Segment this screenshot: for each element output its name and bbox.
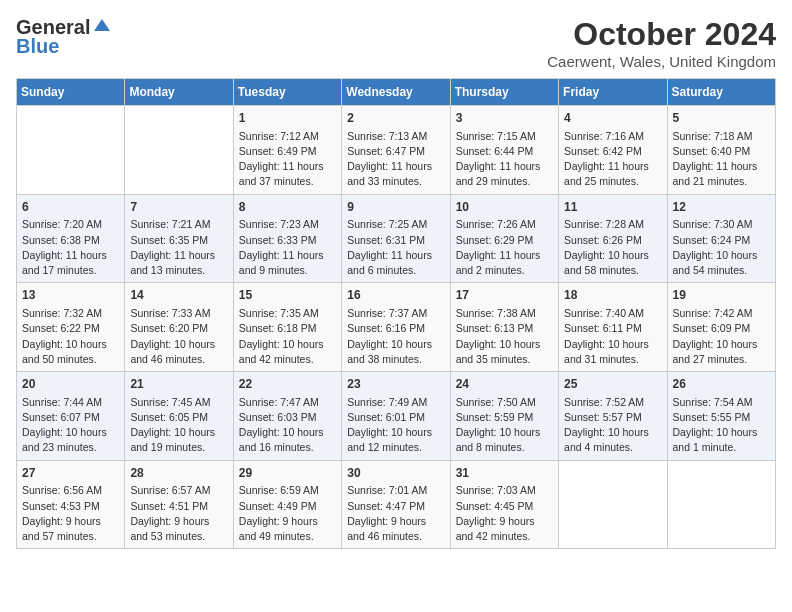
calendar-cell: 14Sunrise: 7:33 AM Sunset: 6:20 PM Dayli… <box>125 283 233 372</box>
calendar-cell: 11Sunrise: 7:28 AM Sunset: 6:26 PM Dayli… <box>559 194 667 283</box>
day-number: 28 <box>130 465 227 482</box>
calendar-cell: 6Sunrise: 7:20 AM Sunset: 6:38 PM Daylig… <box>17 194 125 283</box>
week-row-3: 13Sunrise: 7:32 AM Sunset: 6:22 PM Dayli… <box>17 283 776 372</box>
calendar-cell: 10Sunrise: 7:26 AM Sunset: 6:29 PM Dayli… <box>450 194 558 283</box>
calendar-cell: 8Sunrise: 7:23 AM Sunset: 6:33 PM Daylig… <box>233 194 341 283</box>
day-info: Sunrise: 6:57 AM Sunset: 4:51 PM Dayligh… <box>130 483 227 544</box>
calendar-cell: 18Sunrise: 7:40 AM Sunset: 6:11 PM Dayli… <box>559 283 667 372</box>
location-subtitle: Caerwent, Wales, United Kingdom <box>547 53 776 70</box>
day-number: 26 <box>673 376 770 393</box>
day-number: 16 <box>347 287 444 304</box>
day-number: 12 <box>673 199 770 216</box>
day-info: Sunrise: 7:45 AM Sunset: 6:05 PM Dayligh… <box>130 395 227 456</box>
header-day-monday: Monday <box>125 79 233 106</box>
week-row-5: 27Sunrise: 6:56 AM Sunset: 4:53 PM Dayli… <box>17 460 776 549</box>
calendar-table: SundayMondayTuesdayWednesdayThursdayFrid… <box>16 78 776 549</box>
calendar-cell: 25Sunrise: 7:52 AM Sunset: 5:57 PM Dayli… <box>559 372 667 461</box>
day-info: Sunrise: 7:16 AM Sunset: 6:42 PM Dayligh… <box>564 129 661 190</box>
week-row-1: 1Sunrise: 7:12 AM Sunset: 6:49 PM Daylig… <box>17 106 776 195</box>
day-info: Sunrise: 7:54 AM Sunset: 5:55 PM Dayligh… <box>673 395 770 456</box>
day-info: Sunrise: 7:12 AM Sunset: 6:49 PM Dayligh… <box>239 129 336 190</box>
day-info: Sunrise: 7:15 AM Sunset: 6:44 PM Dayligh… <box>456 129 553 190</box>
calendar-cell: 20Sunrise: 7:44 AM Sunset: 6:07 PM Dayli… <box>17 372 125 461</box>
day-number: 23 <box>347 376 444 393</box>
day-number: 7 <box>130 199 227 216</box>
calendar-cell: 13Sunrise: 7:32 AM Sunset: 6:22 PM Dayli… <box>17 283 125 372</box>
day-number: 3 <box>456 110 553 127</box>
day-number: 11 <box>564 199 661 216</box>
day-info: Sunrise: 7:42 AM Sunset: 6:09 PM Dayligh… <box>673 306 770 367</box>
day-info: Sunrise: 7:33 AM Sunset: 6:20 PM Dayligh… <box>130 306 227 367</box>
day-number: 1 <box>239 110 336 127</box>
day-number: 30 <box>347 465 444 482</box>
day-number: 9 <box>347 199 444 216</box>
day-info: Sunrise: 7:18 AM Sunset: 6:40 PM Dayligh… <box>673 129 770 190</box>
day-info: Sunrise: 7:49 AM Sunset: 6:01 PM Dayligh… <box>347 395 444 456</box>
calendar-cell: 30Sunrise: 7:01 AM Sunset: 4:47 PM Dayli… <box>342 460 450 549</box>
week-row-2: 6Sunrise: 7:20 AM Sunset: 6:38 PM Daylig… <box>17 194 776 283</box>
logo-blue-text: Blue <box>16 35 59 58</box>
calendar-cell: 17Sunrise: 7:38 AM Sunset: 6:13 PM Dayli… <box>450 283 558 372</box>
calendar-cell: 7Sunrise: 7:21 AM Sunset: 6:35 PM Daylig… <box>125 194 233 283</box>
day-info: Sunrise: 7:13 AM Sunset: 6:47 PM Dayligh… <box>347 129 444 190</box>
title-section: October 2024 Caerwent, Wales, United Kin… <box>547 16 776 70</box>
calendar-cell: 31Sunrise: 7:03 AM Sunset: 4:45 PM Dayli… <box>450 460 558 549</box>
calendar-cell: 23Sunrise: 7:49 AM Sunset: 6:01 PM Dayli… <box>342 372 450 461</box>
week-row-4: 20Sunrise: 7:44 AM Sunset: 6:07 PM Dayli… <box>17 372 776 461</box>
calendar-cell: 19Sunrise: 7:42 AM Sunset: 6:09 PM Dayli… <box>667 283 775 372</box>
calendar-cell <box>125 106 233 195</box>
day-number: 21 <box>130 376 227 393</box>
svg-marker-0 <box>94 19 110 31</box>
calendar-cell <box>17 106 125 195</box>
header-day-thursday: Thursday <box>450 79 558 106</box>
day-number: 14 <box>130 287 227 304</box>
day-info: Sunrise: 7:20 AM Sunset: 6:38 PM Dayligh… <box>22 217 119 278</box>
day-info: Sunrise: 7:50 AM Sunset: 5:59 PM Dayligh… <box>456 395 553 456</box>
header-day-sunday: Sunday <box>17 79 125 106</box>
day-number: 24 <box>456 376 553 393</box>
logo: General Blue <box>16 16 112 58</box>
day-info: Sunrise: 7:37 AM Sunset: 6:16 PM Dayligh… <box>347 306 444 367</box>
header-day-wednesday: Wednesday <box>342 79 450 106</box>
header-row: SundayMondayTuesdayWednesdayThursdayFrid… <box>17 79 776 106</box>
calendar-cell <box>559 460 667 549</box>
day-number: 13 <box>22 287 119 304</box>
day-info: Sunrise: 7:28 AM Sunset: 6:26 PM Dayligh… <box>564 217 661 278</box>
day-number: 5 <box>673 110 770 127</box>
day-info: Sunrise: 7:25 AM Sunset: 6:31 PM Dayligh… <box>347 217 444 278</box>
calendar-cell: 5Sunrise: 7:18 AM Sunset: 6:40 PM Daylig… <box>667 106 775 195</box>
logo-icon <box>92 17 112 37</box>
day-info: Sunrise: 7:23 AM Sunset: 6:33 PM Dayligh… <box>239 217 336 278</box>
calendar-cell: 1Sunrise: 7:12 AM Sunset: 6:49 PM Daylig… <box>233 106 341 195</box>
day-info: Sunrise: 7:38 AM Sunset: 6:13 PM Dayligh… <box>456 306 553 367</box>
month-title: October 2024 <box>547 16 776 53</box>
day-info: Sunrise: 7:32 AM Sunset: 6:22 PM Dayligh… <box>22 306 119 367</box>
day-info: Sunrise: 7:21 AM Sunset: 6:35 PM Dayligh… <box>130 217 227 278</box>
day-number: 8 <box>239 199 336 216</box>
header-day-saturday: Saturday <box>667 79 775 106</box>
day-number: 27 <box>22 465 119 482</box>
page-header: General Blue October 2024 Caerwent, Wale… <box>16 16 776 70</box>
day-info: Sunrise: 6:59 AM Sunset: 4:49 PM Dayligh… <box>239 483 336 544</box>
day-number: 20 <box>22 376 119 393</box>
calendar-cell: 16Sunrise: 7:37 AM Sunset: 6:16 PM Dayli… <box>342 283 450 372</box>
calendar-cell: 4Sunrise: 7:16 AM Sunset: 6:42 PM Daylig… <box>559 106 667 195</box>
header-day-tuesday: Tuesday <box>233 79 341 106</box>
day-info: Sunrise: 7:26 AM Sunset: 6:29 PM Dayligh… <box>456 217 553 278</box>
day-info: Sunrise: 7:44 AM Sunset: 6:07 PM Dayligh… <box>22 395 119 456</box>
day-number: 6 <box>22 199 119 216</box>
day-number: 19 <box>673 287 770 304</box>
day-info: Sunrise: 7:03 AM Sunset: 4:45 PM Dayligh… <box>456 483 553 544</box>
day-number: 4 <box>564 110 661 127</box>
day-info: Sunrise: 7:35 AM Sunset: 6:18 PM Dayligh… <box>239 306 336 367</box>
day-info: Sunrise: 6:56 AM Sunset: 4:53 PM Dayligh… <box>22 483 119 544</box>
day-info: Sunrise: 7:01 AM Sunset: 4:47 PM Dayligh… <box>347 483 444 544</box>
calendar-cell: 26Sunrise: 7:54 AM Sunset: 5:55 PM Dayli… <box>667 372 775 461</box>
day-number: 31 <box>456 465 553 482</box>
day-number: 18 <box>564 287 661 304</box>
day-info: Sunrise: 7:47 AM Sunset: 6:03 PM Dayligh… <box>239 395 336 456</box>
calendar-cell: 12Sunrise: 7:30 AM Sunset: 6:24 PM Dayli… <box>667 194 775 283</box>
calendar-cell: 22Sunrise: 7:47 AM Sunset: 6:03 PM Dayli… <box>233 372 341 461</box>
day-info: Sunrise: 7:30 AM Sunset: 6:24 PM Dayligh… <box>673 217 770 278</box>
day-number: 15 <box>239 287 336 304</box>
